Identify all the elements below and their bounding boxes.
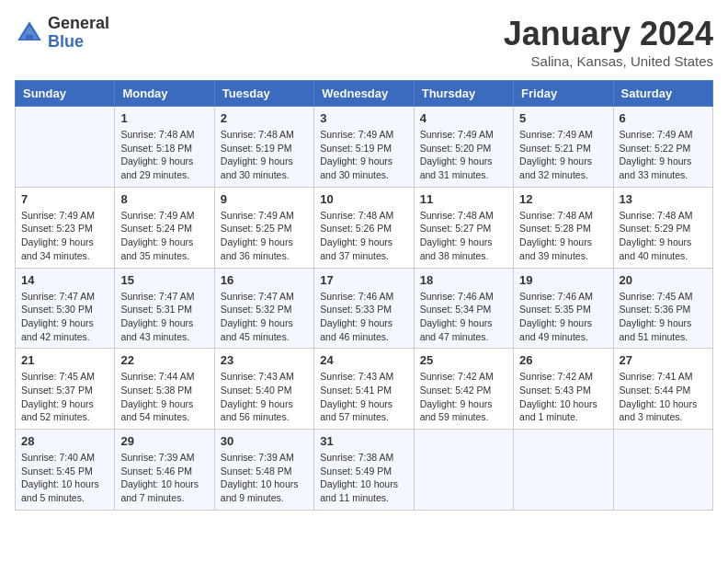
day-number: 23: [221, 353, 308, 367]
day-info: Sunrise: 7:49 AMSunset: 5:19 PMDaylight:…: [320, 128, 407, 182]
calendar-cell: 14Sunrise: 7:47 AMSunset: 5:30 PMDayligh…: [16, 268, 115, 349]
calendar-cell: 6Sunrise: 7:49 AMSunset: 5:22 PMDaylight…: [613, 107, 712, 188]
day-number: 31: [320, 434, 407, 448]
calendar-cell: [613, 430, 712, 511]
header-thursday: Thursday: [414, 81, 513, 107]
title-block: January 2024 Salina, Kansas, United Stat…: [504, 15, 713, 69]
day-number: 19: [519, 273, 607, 287]
day-info: Sunrise: 7:42 AMSunset: 5:43 PMDaylight:…: [519, 370, 607, 424]
day-number: 5: [519, 111, 607, 125]
day-number: 22: [120, 353, 208, 367]
day-info: Sunrise: 7:48 AMSunset: 5:28 PMDaylight:…: [519, 209, 607, 263]
day-info: Sunrise: 7:48 AMSunset: 5:18 PMDaylight:…: [120, 128, 208, 182]
calendar-cell: 21Sunrise: 7:45 AMSunset: 5:37 PMDayligh…: [16, 349, 115, 430]
day-info: Sunrise: 7:48 AMSunset: 5:29 PMDaylight:…: [620, 209, 707, 263]
day-number: 21: [21, 353, 108, 367]
day-number: 6: [620, 111, 707, 125]
day-info: Sunrise: 7:49 AMSunset: 5:20 PMDaylight:…: [420, 128, 507, 182]
calendar-location: Salina, Kansas, United States: [504, 53, 713, 69]
page-header: General Blue January 2024 Salina, Kansas…: [15, 15, 713, 69]
calendar-table: Sunday Monday Tuesday Wednesday Thursday…: [15, 80, 713, 511]
day-number: 28: [21, 434, 108, 448]
day-number: 9: [221, 192, 308, 206]
day-info: Sunrise: 7:41 AMSunset: 5:44 PMDaylight:…: [620, 370, 707, 424]
calendar-cell: 19Sunrise: 7:46 AMSunset: 5:35 PMDayligh…: [514, 268, 613, 349]
header-friday: Friday: [514, 81, 613, 107]
calendar-cell: 20Sunrise: 7:45 AMSunset: 5:36 PMDayligh…: [613, 268, 712, 349]
day-number: 27: [620, 353, 707, 367]
day-info: Sunrise: 7:46 AMSunset: 5:33 PMDaylight:…: [320, 290, 407, 344]
day-number: 3: [320, 111, 407, 125]
calendar-cell: 10Sunrise: 7:48 AMSunset: 5:26 PMDayligh…: [314, 187, 414, 268]
calendar-week-row: 7Sunrise: 7:49 AMSunset: 5:23 PMDaylight…: [16, 187, 713, 268]
day-number: 29: [120, 434, 208, 448]
calendar-week-row: 1Sunrise: 7:48 AMSunset: 5:18 PMDaylight…: [16, 107, 713, 188]
day-info: Sunrise: 7:48 AMSunset: 5:27 PMDaylight:…: [420, 209, 507, 263]
calendar-week-row: 28Sunrise: 7:40 AMSunset: 5:45 PMDayligh…: [16, 430, 713, 511]
day-number: 17: [320, 273, 407, 287]
calendar-cell: 28Sunrise: 7:40 AMSunset: 5:45 PMDayligh…: [16, 430, 115, 511]
calendar-cell: 7Sunrise: 7:49 AMSunset: 5:23 PMDaylight…: [16, 187, 115, 268]
day-number: 26: [519, 353, 607, 367]
day-info: Sunrise: 7:47 AMSunset: 5:30 PMDaylight:…: [21, 290, 108, 344]
calendar-cell: 3Sunrise: 7:49 AMSunset: 5:19 PMDaylight…: [314, 107, 414, 188]
calendar-cell: 11Sunrise: 7:48 AMSunset: 5:27 PMDayligh…: [414, 187, 513, 268]
day-info: Sunrise: 7:44 AMSunset: 5:38 PMDaylight:…: [120, 370, 208, 424]
day-number: 13: [620, 192, 707, 206]
calendar-cell: 25Sunrise: 7:42 AMSunset: 5:42 PMDayligh…: [414, 349, 513, 430]
svg-rect-2: [26, 34, 33, 40]
day-info: Sunrise: 7:39 AMSunset: 5:46 PMDaylight:…: [120, 451, 208, 505]
day-number: 7: [21, 192, 108, 206]
day-info: Sunrise: 7:49 AMSunset: 5:23 PMDaylight:…: [21, 209, 108, 263]
day-number: 1: [120, 111, 208, 125]
calendar-cell: 16Sunrise: 7:47 AMSunset: 5:32 PMDayligh…: [214, 268, 313, 349]
day-number: 10: [320, 192, 407, 206]
calendar-cell: 23Sunrise: 7:43 AMSunset: 5:40 PMDayligh…: [214, 349, 313, 430]
day-info: Sunrise: 7:47 AMSunset: 5:31 PMDaylight:…: [120, 290, 208, 344]
calendar-cell: 13Sunrise: 7:48 AMSunset: 5:29 PMDayligh…: [613, 187, 712, 268]
day-info: Sunrise: 7:49 AMSunset: 5:24 PMDaylight:…: [120, 209, 208, 263]
day-info: Sunrise: 7:45 AMSunset: 5:36 PMDaylight:…: [620, 290, 707, 344]
day-number: 8: [120, 192, 208, 206]
day-info: Sunrise: 7:49 AMSunset: 5:21 PMDaylight:…: [519, 128, 607, 182]
calendar-cell: 17Sunrise: 7:46 AMSunset: 5:33 PMDayligh…: [314, 268, 414, 349]
day-info: Sunrise: 7:49 AMSunset: 5:25 PMDaylight:…: [221, 209, 308, 263]
calendar-cell: 31Sunrise: 7:38 AMSunset: 5:49 PMDayligh…: [314, 430, 414, 511]
calendar-cell: 26Sunrise: 7:42 AMSunset: 5:43 PMDayligh…: [514, 349, 613, 430]
calendar-cell: [514, 430, 613, 511]
calendar-cell: 30Sunrise: 7:39 AMSunset: 5:48 PMDayligh…: [214, 430, 313, 511]
header-wednesday: Wednesday: [314, 81, 414, 107]
day-number: 2: [221, 111, 308, 125]
day-info: Sunrise: 7:48 AMSunset: 5:26 PMDaylight:…: [320, 209, 407, 263]
day-number: 4: [420, 111, 507, 125]
calendar-title: January 2024: [504, 15, 713, 53]
logo-blue-text: Blue: [48, 33, 109, 52]
day-info: Sunrise: 7:38 AMSunset: 5:49 PMDaylight:…: [320, 451, 407, 505]
day-number: 25: [420, 353, 507, 367]
day-number: 18: [420, 273, 507, 287]
day-info: Sunrise: 7:49 AMSunset: 5:22 PMDaylight:…: [620, 128, 707, 182]
day-info: Sunrise: 7:47 AMSunset: 5:32 PMDaylight:…: [221, 290, 308, 344]
day-info: Sunrise: 7:40 AMSunset: 5:45 PMDaylight:…: [21, 451, 108, 505]
calendar-week-row: 21Sunrise: 7:45 AMSunset: 5:37 PMDayligh…: [16, 349, 713, 430]
day-number: 12: [519, 192, 607, 206]
calendar-cell: 18Sunrise: 7:46 AMSunset: 5:34 PMDayligh…: [414, 268, 513, 349]
day-info: Sunrise: 7:46 AMSunset: 5:34 PMDaylight:…: [420, 290, 507, 344]
calendar-cell: 4Sunrise: 7:49 AMSunset: 5:20 PMDaylight…: [414, 107, 513, 188]
calendar-cell: 2Sunrise: 7:48 AMSunset: 5:19 PMDaylight…: [214, 107, 313, 188]
logo-text: General Blue: [48, 15, 109, 52]
logo: General Blue: [15, 15, 109, 52]
calendar-cell: 5Sunrise: 7:49 AMSunset: 5:21 PMDaylight…: [514, 107, 613, 188]
calendar-cell: 1Sunrise: 7:48 AMSunset: 5:18 PMDaylight…: [115, 107, 214, 188]
day-info: Sunrise: 7:48 AMSunset: 5:19 PMDaylight:…: [221, 128, 308, 182]
day-info: Sunrise: 7:42 AMSunset: 5:42 PMDaylight:…: [420, 370, 507, 424]
weekday-header-row: Sunday Monday Tuesday Wednesday Thursday…: [16, 81, 713, 107]
calendar-cell: [414, 430, 513, 511]
header-saturday: Saturday: [613, 81, 712, 107]
calendar-cell: 15Sunrise: 7:47 AMSunset: 5:31 PMDayligh…: [115, 268, 214, 349]
day-number: 11: [420, 192, 507, 206]
day-number: 30: [221, 434, 308, 448]
day-info: Sunrise: 7:43 AMSunset: 5:41 PMDaylight:…: [320, 370, 407, 424]
calendar-week-row: 14Sunrise: 7:47 AMSunset: 5:30 PMDayligh…: [16, 268, 713, 349]
calendar-cell: 12Sunrise: 7:48 AMSunset: 5:28 PMDayligh…: [514, 187, 613, 268]
